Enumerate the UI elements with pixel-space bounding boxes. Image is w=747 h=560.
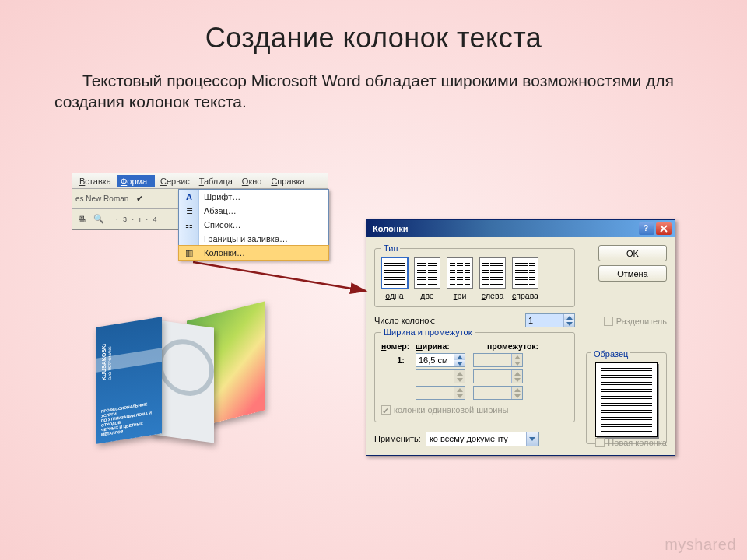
type-one[interactable]: одна <box>381 257 408 300</box>
cancel-button[interactable]: Отмена <box>598 265 667 282</box>
apply-combobox[interactable]: ко всему документу <box>426 432 539 446</box>
type-two[interactable]: две <box>414 257 440 300</box>
dialog-title: Колонки <box>373 224 637 233</box>
dd-borders[interactable]: Границы и заливка… <box>179 232 328 246</box>
count-input[interactable] <box>526 314 563 327</box>
dd-paragraph[interactable]: ≣ Абзац… <box>179 204 328 218</box>
sample-label: Образец <box>591 349 630 359</box>
watermark: myshared <box>665 536 736 554</box>
menu-tools[interactable]: Сервис <box>156 175 194 187</box>
format-dropdown: A Шрифт… ≣ Абзац… ☷ Список… Границы и за… <box>178 189 329 261</box>
slide-title: Создание колонок текста <box>0 0 747 54</box>
menu-table[interactable]: Таблица <box>195 175 237 187</box>
group-width-label: Ширина и промежуток <box>381 327 475 337</box>
type-right[interactable]: справа <box>512 257 538 300</box>
spellcheck-icon[interactable]: ✔ <box>133 193 146 205</box>
columns-dialog: Колонки ? OK Отмена Тип одна две <box>366 219 675 456</box>
list-icon: ☷ <box>182 219 196 230</box>
svg-line-0 <box>193 262 366 291</box>
equal-width-checkbox[interactable]: ✔ колонки одинаковой ширины <box>381 405 509 415</box>
help-button[interactable]: ? <box>639 222 654 235</box>
group-type-label: Тип <box>381 243 400 253</box>
width-1-spinner[interactable] <box>416 353 465 367</box>
callout-arrow <box>193 258 372 297</box>
menu-format[interactable]: Формат <box>117 175 155 187</box>
dd-columns[interactable]: ▥ Колонки… <box>178 245 329 261</box>
separator-checkbox[interactable]: Разделитель <box>604 317 667 326</box>
columns-icon: ▥ <box>182 247 196 258</box>
menu-help[interactable]: Справка <box>267 175 308 187</box>
count-label: Число колонок: <box>374 316 435 325</box>
apply-label: Применить: <box>374 434 421 443</box>
dd-font[interactable]: A Шрифт… <box>179 190 328 204</box>
gap-1-spinner <box>473 353 523 367</box>
word-menu-fragment: Вставка Формат Сервис Таблица Окно Справ… <box>72 173 328 230</box>
font-combobox[interactable]: es New Roman <box>75 194 128 203</box>
spin-up-icon[interactable] <box>563 314 574 320</box>
font-a-icon: A <box>182 191 196 202</box>
count-spinner[interactable] <box>525 313 575 327</box>
ok-button[interactable]: OK <box>598 245 667 261</box>
word-menubar: Вставка Формат Сервис Таблица Окно Справ… <box>72 173 328 189</box>
print-icon[interactable]: 🖶 <box>75 213 88 226</box>
type-three[interactable]: три <box>447 257 473 300</box>
ruler: · 3 · ı · 4 <box>116 215 159 223</box>
close-button[interactable] <box>656 222 672 235</box>
sample-preview <box>595 362 658 437</box>
dialog-titlebar[interactable]: Колонки ? <box>366 220 675 237</box>
preview-icon[interactable]: 🔍 <box>93 213 105 226</box>
border-icon <box>182 233 196 244</box>
menu-window[interactable]: Окно <box>238 175 266 187</box>
svg-text:?: ? <box>644 225 648 233</box>
paragraph-icon: ≣ <box>182 205 196 216</box>
menu-insert[interactable]: Вставка <box>75 175 115 187</box>
new-column-checkbox[interactable]: Новая колонка <box>595 438 667 447</box>
chevron-down-icon[interactable] <box>526 432 538 446</box>
brochure-image: KUUSAKOSKIЗАО ПЕТРОМАКС ПРОФЕССИОНАЛЬНЫЕ… <box>93 303 272 459</box>
dd-list[interactable]: ☷ Список… <box>179 218 328 232</box>
slide-body: Текстовый процессор Microsoft Word облад… <box>54 70 693 113</box>
type-left[interactable]: слева <box>479 257 506 300</box>
spin-down-icon[interactable] <box>563 320 574 327</box>
